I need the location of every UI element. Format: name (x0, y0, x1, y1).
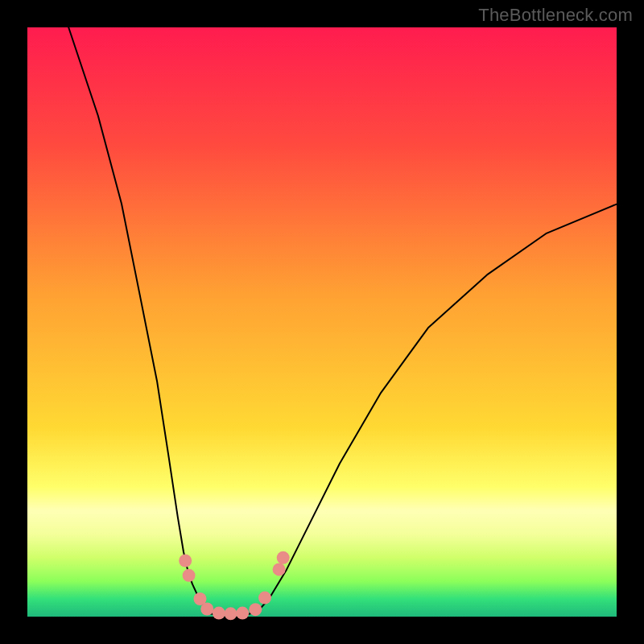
marker-dot (225, 607, 237, 620)
marker-dot (258, 592, 271, 605)
marker-dot (213, 607, 225, 620)
marker-dot (249, 603, 262, 616)
chart-frame: TheBottleneck.com (0, 0, 644, 644)
marker-dot (179, 555, 192, 568)
marker-dot (236, 607, 249, 620)
marker-dot (273, 563, 286, 576)
marker-dot (277, 551, 290, 564)
curve-layer (27, 27, 617, 617)
watermark-text: TheBottleneck.com (478, 5, 633, 26)
plot-area (27, 27, 617, 617)
marker-dots (179, 551, 290, 621)
marker-dot (183, 569, 196, 582)
marker-dot (200, 603, 213, 616)
bottleneck-curve (68, 27, 617, 616)
